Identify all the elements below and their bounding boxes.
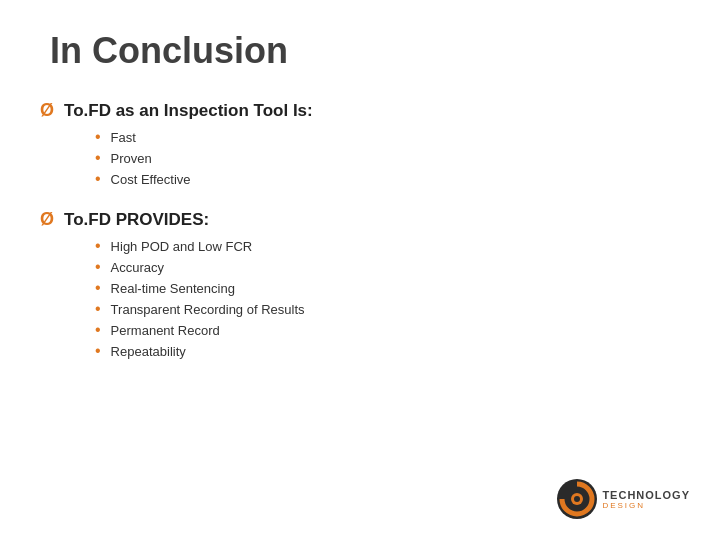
section-2-bullets: • High POD and Low FCR • Accuracy • Real… xyxy=(95,238,680,359)
bullet-icon: • xyxy=(95,301,101,317)
bullet-text: Permanent Record xyxy=(111,323,220,338)
bullet-icon: • xyxy=(95,343,101,359)
logo-text: TECHNOLOGY DESIGN xyxy=(602,489,690,510)
bullet-icon: • xyxy=(95,238,101,254)
bullet-text: Fast xyxy=(111,130,136,145)
list-item: • Real-time Sentencing xyxy=(95,280,680,296)
section-1-title: To.FD as an Inspection Tool Is: xyxy=(64,101,313,121)
section-1: Ø To.FD as an Inspection Tool Is: • Fast… xyxy=(40,100,680,187)
bullet-text: Real-time Sentencing xyxy=(111,281,235,296)
list-item: • Repeatability xyxy=(95,343,680,359)
logo-area: TECHNOLOGY DESIGN xyxy=(556,478,690,520)
bullet-icon: • xyxy=(95,171,101,187)
section-2-header: Ø To.FD PROVIDES: xyxy=(40,209,680,230)
bullet-text: Repeatability xyxy=(111,344,186,359)
list-item: • Accuracy xyxy=(95,259,680,275)
bullet-text: Transparent Recording of Results xyxy=(111,302,305,317)
list-item: • High POD and Low FCR xyxy=(95,238,680,254)
bullet-text: Accuracy xyxy=(111,260,164,275)
bullet-text: Cost Effective xyxy=(111,172,191,187)
logo-design-label: DESIGN xyxy=(602,501,690,510)
list-item: • Fast xyxy=(95,129,680,145)
list-item: • Proven xyxy=(95,150,680,166)
list-item: • Permanent Record xyxy=(95,322,680,338)
slide-title: In Conclusion xyxy=(50,30,680,72)
slide: In Conclusion Ø To.FD as an Inspection T… xyxy=(0,0,720,540)
section-1-header: Ø To.FD as an Inspection Tool Is: xyxy=(40,100,680,121)
bullet-icon: • xyxy=(95,129,101,145)
section-2: Ø To.FD PROVIDES: • High POD and Low FCR… xyxy=(40,209,680,359)
logo-technology-label: TECHNOLOGY xyxy=(602,489,690,501)
bullet-icon: • xyxy=(95,150,101,166)
logo-circle-icon xyxy=(556,478,598,520)
section-2-title: To.FD PROVIDES: xyxy=(64,210,209,230)
bullet-icon: • xyxy=(95,259,101,275)
bullet-text: Proven xyxy=(111,151,152,166)
list-item: • Transparent Recording of Results xyxy=(95,301,680,317)
bullet-icon: • xyxy=(95,280,101,296)
arrow-icon-2: Ø xyxy=(40,209,54,230)
bullet-icon: • xyxy=(95,322,101,338)
section-1-bullets: • Fast • Proven • Cost Effective xyxy=(95,129,680,187)
arrow-icon-1: Ø xyxy=(40,100,54,121)
list-item: • Cost Effective xyxy=(95,171,680,187)
bullet-text: High POD and Low FCR xyxy=(111,239,253,254)
svg-point-2 xyxy=(574,496,580,502)
